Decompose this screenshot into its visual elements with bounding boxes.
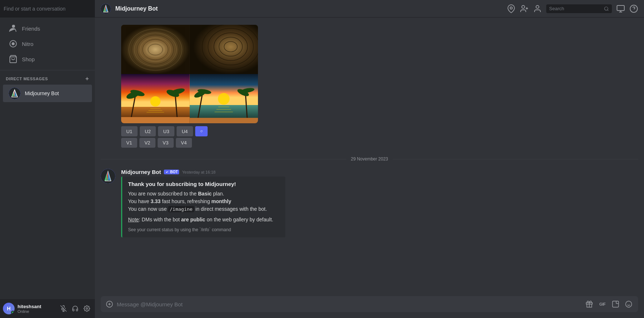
attach-button[interactable] [105,300,114,309]
headset-button[interactable] [70,303,80,314]
svg-point-85 [626,301,632,307]
settings-button[interactable] [82,303,92,314]
embed-line2: You have 3.33 fast hours, refreshing mon… [128,198,279,205]
svg-rect-42 [190,25,258,74]
mute-button[interactable] [58,303,69,314]
add-dm-button[interactable]: + [85,75,89,82]
svg-point-21 [522,5,525,8]
svg-rect-32 [121,25,190,74]
inbox-icon[interactable] [533,4,542,13]
svg-rect-60 [121,117,190,123]
subscription-embed: Thank you for subscribing to Midjourney!… [121,177,285,237]
friends-icon [9,24,18,33]
nitro-icon [9,39,18,48]
image-cell-tl [121,25,190,74]
sidebar: Friends Nitro Shop DIRE [0,0,95,318]
username: hiteshsant [18,304,55,309]
sidebar-item-nitro[interactable]: Nitro [3,36,92,51]
shop-icon [9,55,18,63]
svg-point-25 [605,7,608,10]
variation-1-button[interactable]: V1 [121,138,137,148]
upscale-4-button[interactable]: U4 [177,126,193,136]
user-controls [58,303,92,314]
upscale-1-button[interactable]: U1 [121,126,138,136]
gif-button[interactable]: GIF [597,299,608,309]
dm-item-midjourney[interactable]: Midjourney Bot [3,85,92,102]
embed-line1: You are now subscribed to the Basic plan… [128,190,279,198]
bot-message-avatar [101,169,115,183]
message-input-box: GIF [101,296,638,312]
message-header: Midjourney Bot BOT Yesterday at 16:18 [121,169,304,175]
midjourney-dm-avatar [9,88,20,99]
topbar: Midjourney Bot [95,0,644,18]
svg-rect-73 [190,118,258,123]
message-input[interactable] [117,301,581,307]
help-icon[interactable] [629,4,638,13]
svg-point-2 [12,42,15,45]
message-timestamp: Yesterday at 16:18 [182,170,215,174]
image-cell-br [190,74,258,123]
topbar-search-placeholder: Search [549,6,602,11]
embed-note: Note: DMs with the bot are public on the… [128,216,279,224]
sidebar-nav: Friends Nitro Shop [0,18,95,70]
embed-title: Thank you for subscribing to Midjourney! [128,181,279,187]
dm-section: DIRECT MESSAGES + Midjourney Bot [0,70,95,299]
svg-point-49 [150,96,161,106]
variation-3-button[interactable]: V3 [158,138,174,148]
svg-rect-27 [617,5,624,11]
refresh-button[interactable] [195,126,208,136]
dm-section-header: DIRECT MESSAGES + [0,73,95,84]
image-message: U1 U2 U3 U4 V1 V2 V3 V4 [95,23,644,151]
upscale-button-row: U1 U2 U3 U4 [121,126,258,136]
friends-label: Friends [22,26,40,32]
svg-point-62 [218,93,230,105]
sidebar-item-friends[interactable]: Friends [3,21,92,36]
message-author: Midjourney Bot [121,169,161,175]
image-cell-bl [121,74,190,123]
sticker-button[interactable] [610,299,621,309]
dm-item-name: Midjourney Bot [25,90,59,96]
input-actions: GIF [584,299,634,309]
message-input-area: GIF [95,296,644,318]
date-divider-text: 29 November 2023 [351,156,388,162]
online-indicator [11,311,15,314]
gift-button[interactable] [584,299,594,309]
dm-section-label: DIRECT MESSAGES [6,77,48,81]
svg-rect-84 [613,301,619,307]
main-content: Midjourney Bot [95,0,644,318]
shop-label: Shop [22,56,35,62]
image-cell-tr [190,25,258,74]
user-area: H hiteshsant Online [0,299,95,318]
pin-icon[interactable] [507,4,516,13]
user-avatar: H [3,303,15,314]
nitro-label: Nitro [22,41,34,47]
topbar-actions: Search [507,4,638,13]
embed-line3: You can now use /imagine in direct messa… [128,205,279,213]
svg-point-24 [536,5,539,8]
sidebar-item-shop[interactable]: Shop [3,52,92,66]
emoji-button[interactable] [624,299,634,309]
conversation-search-input[interactable] [4,6,91,12]
add-friend-icon[interactable] [520,4,529,13]
topbar-title: Midjourney Bot [115,5,158,12]
chat-area: U1 U2 U3 U4 V1 V2 V3 V4 [95,18,644,296]
svg-point-14 [86,308,88,310]
search-bar[interactable] [0,0,95,18]
upscale-3-button[interactable]: U3 [158,126,174,136]
bot-message: Midjourney Bot BOT Yesterday at 16:18 Th… [95,167,644,239]
variation-2-button[interactable]: V2 [139,138,155,148]
svg-point-0 [12,25,15,28]
image-message-content: U1 U2 U3 U4 V1 V2 V3 V4 [121,25,258,149]
bot-badge: BOT [164,170,179,174]
svg-line-26 [608,9,609,11]
variation-4-button[interactable]: V4 [176,138,192,148]
embed-tip: See your current status by using the `/i… [128,226,279,233]
image-message-avatar-spacer [101,25,115,149]
date-divider: 29 November 2023 [95,151,644,167]
svg-point-20 [510,7,512,9]
user-info: hiteshsant Online [18,304,55,314]
upscale-2-button[interactable]: U2 [140,126,156,136]
generated-image-grid [121,25,258,123]
topbar-search[interactable]: Search [546,4,612,13]
monitor-icon[interactable] [616,4,625,13]
